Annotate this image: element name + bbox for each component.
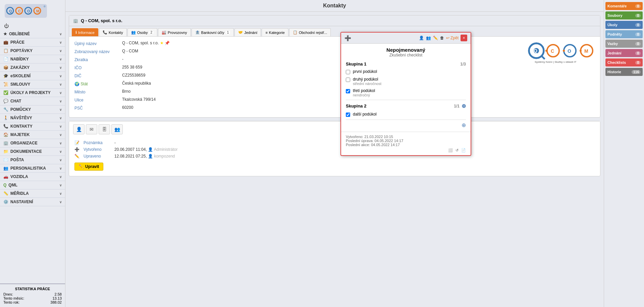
item1-text: první podúkol xyxy=(353,69,377,74)
company-tabs: ℹ Informace 📞 Kontakty 👥 Osoby 2 🏭 Provo… xyxy=(69,26,600,37)
tab-osoby[interactable]: 👥 Osoby 2 xyxy=(127,28,157,36)
upraveno-row: ✏️ Upraveno 12.08.2021 07:25, 👤 kompozen… xyxy=(74,154,595,159)
sidebar-item-pomucky[interactable]: 🔧 POMŮCKY ∨ xyxy=(0,105,65,114)
sidebar-item-kontakty[interactable]: 📞 KONTAKTY ∨ xyxy=(0,122,65,131)
sidebar-item-poptavky[interactable]: 📋 POPTÁVKY ∨ xyxy=(0,47,65,55)
item1-checkbox[interactable] xyxy=(346,70,350,74)
tab-provozovny[interactable]: 🏭 Provozovny xyxy=(158,28,191,36)
sidebar-label: CHAT xyxy=(10,99,21,103)
soubory-button[interactable]: Soubory 0 xyxy=(605,11,643,19)
sidebar-item-meridla[interactable]: 📏 MĚŘIDLA ∨ xyxy=(0,189,65,198)
checklists-button[interactable]: Checklists 0 xyxy=(605,58,643,67)
tab-bankovni[interactable]: 🏦 Bankovní účty 1 xyxy=(192,28,234,36)
sidebar-item-smlouvy[interactable]: 📜 SMLOUVY ∨ xyxy=(0,80,65,89)
sidebar-item-vozidla[interactable]: 🚗 VOZIDLA ∨ xyxy=(0,173,65,181)
share-icon: 👤 xyxy=(419,36,424,40)
podnety-button[interactable]: Podněty 0 xyxy=(605,30,643,38)
sidebar-item-oblibene[interactable]: ★ OBLÍBENÉ ∨ xyxy=(0,30,65,38)
svg-text:Systémy řízení | Služby v obla: Systémy řízení | Služby v oblasti IT xyxy=(535,60,576,63)
sidebar-item-personalistika[interactable]: 👥 PERSONALISTIKA ∨ xyxy=(0,164,65,173)
ukoly-button[interactable]: Úkoly 0 xyxy=(605,21,643,29)
tab-jednani[interactable]: 🤝 Jednání xyxy=(234,28,261,36)
chevron-icon: ∨ xyxy=(59,99,62,103)
footer-pdf-icon[interactable]: 📄 xyxy=(461,148,466,152)
upravit-button[interactable]: ✏️ Upravit xyxy=(74,163,103,171)
footer-copy-icon[interactable]: ⬜ xyxy=(448,148,453,152)
group-icon: 👥 xyxy=(426,36,431,40)
contact-card-btn[interactable]: 👤 xyxy=(73,124,85,134)
sidebar-item-posta[interactable]: ✉️ POŠTA ∨ xyxy=(0,156,65,164)
komentare-button[interactable]: Komentáře 0 xyxy=(605,2,643,10)
svg-text:®: ® xyxy=(44,5,46,8)
organizace-icon: 🏢 xyxy=(3,141,8,145)
email-btn[interactable]: ✉ xyxy=(86,124,97,134)
back-button[interactable]: ↩ Zpět xyxy=(446,36,459,40)
database-btn[interactable]: 🗄 xyxy=(99,124,110,134)
sidebar-item-dokumentace[interactable]: 📁 DOKUMENTACE ∨ xyxy=(0,147,65,156)
sidebar-item-eskoleni[interactable]: 🎓 eSKOLENÍ ∨ xyxy=(0,72,65,80)
checklist-close-button[interactable]: × xyxy=(461,35,467,41)
stats-row-rok: Tento rok: 388.02 xyxy=(3,300,62,304)
sidebar-item-majetek[interactable]: 🏠 MAJETEK ∨ xyxy=(0,131,65,139)
svg-text:Q: Q xyxy=(534,48,537,53)
mesto-label: Město xyxy=(74,89,118,94)
zkratka-value: - xyxy=(122,57,123,61)
add-group-icon[interactable]: ⊕ xyxy=(462,122,466,128)
sidebar-item-ukoly[interactable]: ✅ ÚKOLY A PROJEKTY ∨ xyxy=(0,89,65,97)
sidebar-label: PERSONALISTIKA xyxy=(10,166,46,171)
vazby-button[interactable]: Vazby 0 xyxy=(605,40,643,48)
svg-point-22 xyxy=(563,50,565,52)
sidebar-item-zakazky[interactable]: 📦 ZAKÁZKY ∨ xyxy=(0,63,65,72)
sidebar-item-nabidky[interactable]: 📄 NABÍDKY ∨ xyxy=(0,55,65,63)
action-icons-row: 👤 ✉ 🗄 👥 xyxy=(69,121,600,137)
people-btn[interactable]: 👥 xyxy=(111,124,123,134)
stats-panel: STATISTIKA PRÁCE Dnes: 2.58 Tento měsíc:… xyxy=(0,283,65,307)
sidebar-label: POMŮCKY xyxy=(10,107,31,112)
ulice-label: Ulice xyxy=(74,97,118,102)
tab-informace[interactable]: ℹ Informace xyxy=(72,28,98,36)
group2-name: Skupina 2 xyxy=(346,103,366,108)
company-card-header: 🏢 Q - COM, spol. s r.o. xyxy=(69,15,600,26)
jednani-tab-icon: 🤝 xyxy=(238,30,243,35)
item3-checkbox[interactable] xyxy=(346,89,350,93)
sidebar-item-navstevy[interactable]: 🚶 NÁVŠTĚVY ∨ xyxy=(0,114,65,122)
sidebar-label: DOKUMENTACE xyxy=(10,149,42,154)
jednani-count: 0 xyxy=(635,51,641,55)
ukoly-count: 0 xyxy=(635,23,641,27)
upravit-row: ✏️ Upravit xyxy=(74,161,595,173)
sidebar-item-prace[interactable]: 💼 PRÁCE ∨ xyxy=(0,38,65,47)
sidebar-item-qml[interactable]: Q QML ∨ xyxy=(0,181,65,189)
sidebar-item-chat[interactable]: 💬 CHAT ∨ xyxy=(0,97,65,105)
sidebar-item-organizace[interactable]: 🏢 ORGANIZACE ∨ xyxy=(0,139,65,147)
sidebar-label: OBLÍBENÉ xyxy=(9,32,30,36)
checklist-header-right: 👤 👥 ✏️ 🗑 ↩ Zpět × xyxy=(419,35,467,41)
upraveno-icon: ✏️ xyxy=(74,154,79,159)
uplny-nazev-value: Q - COM, spol. s r.o. ★ 📌 xyxy=(122,41,170,45)
soubory-count: 0 xyxy=(635,14,641,17)
stat-icon: 🌍 xyxy=(74,82,80,86)
item4-checkbox[interactable] xyxy=(346,113,350,117)
poptavky-icon: 📋 xyxy=(3,48,8,53)
uplny-nazev-label: Úplný název xyxy=(74,41,118,46)
vozidla-icon: 🚗 xyxy=(3,174,8,179)
group2-add-icon[interactable]: ⊕ xyxy=(462,103,466,109)
group1-count: 1/3 xyxy=(460,62,466,67)
power-button[interactable]: ⏻ xyxy=(0,22,65,30)
right-sidebar: Komentáře 0 Soubory 0 Úkoly 0 Podněty 0 … xyxy=(604,0,644,307)
historie-button[interactable]: Historie 116 xyxy=(605,68,643,76)
sidebar-item-nastaveni[interactable]: ⚙️ NASTAVENÍ ∨ xyxy=(0,198,65,206)
footer-history-icon[interactable]: ↺ xyxy=(455,148,459,152)
checklist-name: Nepojmenovaný xyxy=(346,47,466,53)
sidebar-label: MAJETEK xyxy=(10,132,30,137)
item2-checkbox[interactable] xyxy=(346,78,350,82)
prace-icon: 💼 xyxy=(3,40,8,45)
stats-title: STATISTIKA PRÁCE xyxy=(3,287,62,291)
checklist-item-1: první podúkol xyxy=(346,69,466,75)
tab-kontakty[interactable]: 📞 Kontakty xyxy=(99,28,127,36)
poznamka-label: Poznámka xyxy=(84,140,110,145)
provozovny-tab-icon: 🏭 xyxy=(162,30,166,35)
tab-kategorie[interactable]: ≡ Kategorie xyxy=(262,28,288,36)
jednani-button[interactable]: Jednání 0 xyxy=(605,49,643,57)
tab-obchodni[interactable]: 📋 Obchodní rejstř... xyxy=(289,28,331,36)
dic-value: CZ25538659 xyxy=(122,73,145,78)
